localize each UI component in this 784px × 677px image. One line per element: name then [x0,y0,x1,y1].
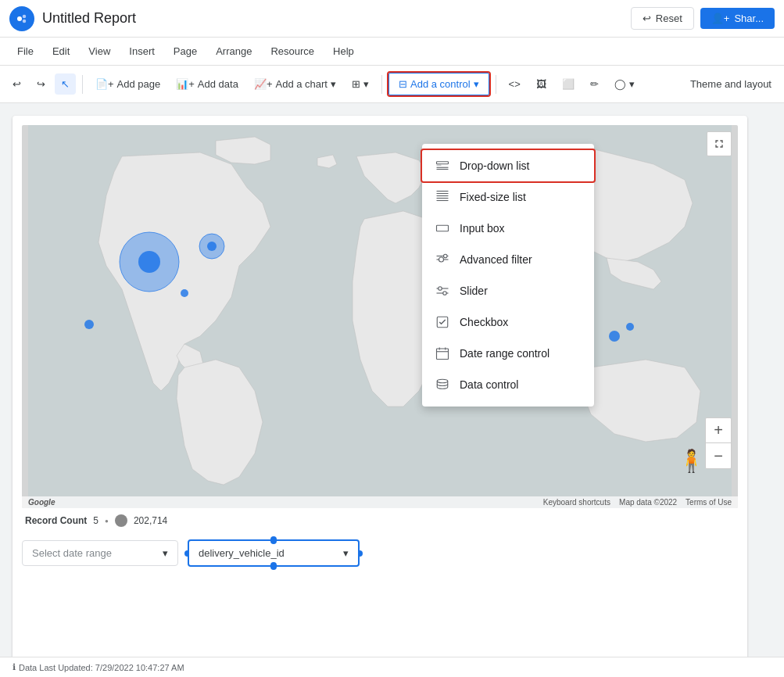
report-canvas: 🧍 + − Google Keyboard shortcuts Map data… [13,116,747,663]
share-button[interactable]: 👤+ Shar... [700,8,775,29]
fullscreen-icon [713,138,725,150]
draw-icon: ✏ [590,78,599,90]
chevron-down-icon: ▾ [331,78,336,90]
reset-button[interactable]: ↩ Reset [631,7,694,30]
svg-point-31 [439,287,442,291]
chevron-down-icon-3: ▾ [474,78,479,90]
dropdown-control[interactable]: delivery_vehicle_id ▾ [188,539,360,567]
date-range-control[interactable]: Select date range ▾ [22,540,178,566]
shapes-icon: ◯ [614,78,626,90]
stats-bar: Record Count 5 ● 202,714 [22,508,738,533]
add-chart-button[interactable]: 📈+ Add a chart ▾ [248,73,342,95]
code-icon: <> [509,78,521,90]
menu-item-data-control[interactable]: Data control [422,369,594,400]
undo-icon: ↩ [13,78,21,90]
menu-page[interactable]: Page [166,42,205,60]
theme-layout-button[interactable]: Theme and layout [684,73,778,95]
slider-icon [435,283,450,299]
top-bar: Untitled Report ↩ Reset 👤+ Shar... [0,0,784,38]
add-page-icon: 📄+ [95,78,114,90]
date-range-value: Select date range [32,547,159,559]
svg-point-10 [609,331,620,342]
frame-icon: ⬜ [562,78,575,90]
svg-rect-34 [437,349,449,360]
add-data-button[interactable]: 📊+ Add data [170,73,245,95]
add-chart-icon: 📈+ [254,78,273,90]
chevron-down-icon-2: ▾ [363,78,369,90]
add-control-dropdown: Drop-down list Fixed-size list [422,144,594,407]
menu-file[interactable]: File [9,42,41,60]
add-component-button[interactable]: ⊞ ▾ [345,73,375,95]
code-button[interactable]: <> [503,73,527,95]
svg-rect-21 [437,225,449,231]
reset-icon: ↩ [643,13,651,24]
component-icon: ⊞ [352,78,360,90]
app-logo [9,6,34,31]
person-icon: 🧍 [678,448,705,474]
menu-help[interactable]: Help [325,42,362,60]
redo-icon: ↪ [37,78,45,90]
canvas-area: 🧍 + − Google Keyboard shortcuts Map data… [0,103,784,677]
google-logo: Google [28,498,55,507]
svg-point-32 [443,292,447,296]
dropdown-control-wrapper: delivery_vehicle_id ▾ [188,539,360,567]
share-icon: 👤+ [711,13,730,24]
handle-bottom[interactable] [270,564,277,570]
menu-edit[interactable]: Edit [45,42,77,60]
footer-bar: ℹ Data Last Updated: 7/29/2022 10:47:27 … [0,657,784,677]
stats-label: Record Count [25,515,87,526]
menu-item-dropdown-list[interactable]: Drop-down list [422,150,594,181]
zoom-in-button[interactable]: + [706,418,731,443]
svg-point-23 [439,257,444,262]
svg-rect-13 [437,165,442,167]
undo-button[interactable]: ↩ [6,73,27,95]
menu-item-advanced-filter[interactable]: Advanced filter [422,244,594,275]
menu-item-checkbox[interactable]: Checkbox [422,306,594,338]
menu-arrange[interactable]: Arrange [208,42,260,60]
menu-item-slider[interactable]: Slider [422,275,594,306]
separator-2 [381,75,382,94]
svg-point-1 [23,14,27,18]
menu-item-fixed-size-list[interactable]: Fixed-size list [422,181,594,213]
map-container: 🧍 + − Google Keyboard shortcuts Map data… [22,125,738,508]
fullscreen-button[interactable] [707,131,732,156]
dropdown-list-icon [435,158,450,174]
menu-item-input-box-label: Input box [460,222,505,235]
date-range-icon [435,346,450,361]
add-page-button[interactable]: 📄+ Add page [89,73,166,95]
chevron-down-icon-5: ▾ [163,547,168,559]
zoom-controls: + − [705,417,732,469]
select-button[interactable]: ↖ [55,73,76,95]
footer-text: Data Last Updated: 7/29/2022 10:47:27 AM [19,663,184,672]
control-icon: ⊟ [399,78,407,90]
menu-view[interactable]: View [81,42,118,60]
separator-3 [496,75,496,94]
svg-point-2 [23,19,27,23]
svg-point-9 [181,289,188,297]
menu-insert[interactable]: Insert [121,42,163,60]
map-shortcuts: Keyboard shortcuts Map data ©2022 Terms … [543,498,732,507]
menu-item-date-range[interactable]: Date range control [422,338,594,369]
shapes-button[interactable]: ◯ ▾ [608,73,641,95]
svg-point-11 [626,323,634,331]
add-data-icon: 📊+ [176,78,195,90]
menu-item-fixed-size-list-label: Fixed-size list [460,191,526,203]
cursor-icon: ↖ [61,78,70,90]
svg-point-5 [138,251,160,273]
add-control-button[interactable]: ⊟ Add a control ▾ [388,73,489,95]
frame-button[interactable]: ⬜ [556,73,581,95]
controls-row: Select date range ▾ delivery_vehicle_id … [22,539,738,567]
svg-point-0 [17,16,22,21]
map-svg [22,125,738,508]
stats-value: 202,714 [134,515,167,526]
draw-button[interactable]: ✏ [584,73,605,95]
svg-rect-12 [437,162,449,164]
svg-point-38 [437,379,448,383]
menu-resource[interactable]: Resource [263,42,322,60]
image-button[interactable]: 🖼 [530,73,553,95]
menu-item-input-box[interactable]: Input box [422,213,594,244]
footer-icon: ℹ [13,662,16,672]
input-box-icon [435,220,450,236]
zoom-out-button[interactable]: − [706,443,731,468]
redo-button[interactable]: ↪ [30,73,52,95]
